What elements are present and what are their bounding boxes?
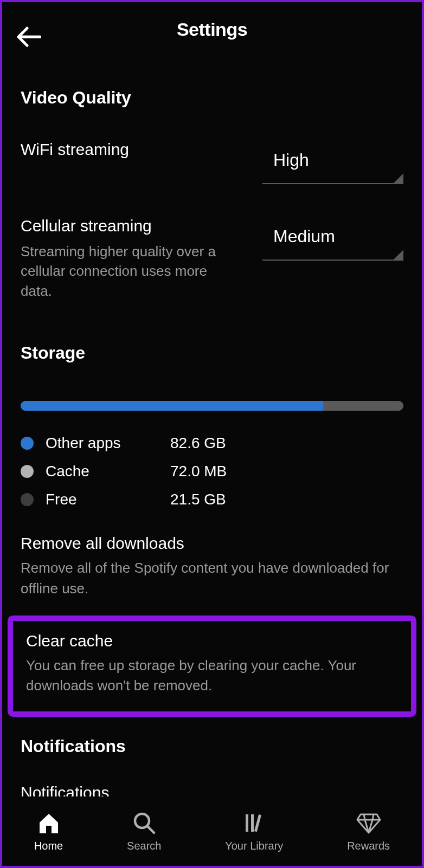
legend-dot-icon [21, 465, 34, 478]
storage-bar [21, 401, 403, 411]
nav-library[interactable]: Your Library [225, 811, 283, 852]
legend-value: 82.6 GB [170, 435, 226, 452]
nav-home[interactable]: Home [34, 811, 63, 852]
wifi-streaming-value: High [262, 147, 403, 184]
svg-rect-4 [254, 814, 261, 832]
diamond-icon [356, 811, 381, 835]
nav-label: Your Library [225, 840, 283, 852]
arrow-left-icon [15, 26, 41, 48]
legend-value: 21.5 GB [170, 491, 226, 508]
cellular-streaming-value: Medium [262, 223, 403, 261]
cellular-streaming-label: Cellular streaming [21, 217, 246, 235]
remove-all-downloads[interactable]: Remove all downloads Remove all of the S… [21, 534, 403, 599]
clear-cache-highlight: Clear cache You can free up storage by c… [8, 616, 416, 717]
remove-downloads-title: Remove all downloads [21, 534, 403, 553]
wifi-streaming-select[interactable]: High [262, 140, 403, 184]
legend-value: 72.0 MB [170, 463, 227, 480]
svg-rect-2 [246, 814, 248, 832]
remove-downloads-desc: Remove all of the Spotify content you ha… [21, 558, 403, 599]
section-video-quality: Video Quality [21, 88, 403, 108]
section-storage: Storage [21, 343, 403, 363]
clear-cache-desc: You can free up storage by clearing your… [26, 656, 398, 696]
section-notifications: Notifications [21, 736, 403, 756]
svg-rect-3 [251, 814, 254, 832]
clear-cache[interactable]: Clear cache You can free up storage by c… [26, 632, 398, 696]
notifications-item[interactable]: Notifications Choose which notifications… [21, 783, 403, 796]
nav-label: Search [127, 840, 161, 852]
storage-seg-free [323, 401, 403, 411]
legend-dot-icon [21, 437, 34, 450]
wifi-streaming-label: WiFi streaming [21, 140, 246, 159]
top-bar: Settings [2, 2, 422, 56]
storage-seg-other [21, 401, 323, 411]
legend-free: Free 21.5 GB [21, 485, 403, 514]
storage-legend: Other apps 82.6 GB Cache 72.0 MB Free 21… [21, 429, 403, 514]
bottom-nav: Home Search Your Library Rewards [2, 796, 422, 866]
legend-label: Free [46, 491, 170, 508]
dropdown-caret-icon [394, 173, 403, 183]
svg-line-1 [147, 826, 154, 833]
notifications-title: Notifications [21, 783, 403, 796]
library-icon [242, 811, 267, 835]
back-button[interactable] [14, 23, 42, 51]
legend-label: Cache [46, 463, 170, 480]
clear-cache-title: Clear cache [26, 632, 398, 650]
legend-label: Other apps [46, 435, 170, 452]
nav-search[interactable]: Search [127, 811, 161, 852]
cellular-streaming-select[interactable]: Medium [262, 217, 403, 261]
cellular-streaming-desc: Streaming higher quality over a cellular… [21, 242, 237, 301]
row-cellular-streaming[interactable]: Cellular streaming Streaming higher qual… [21, 217, 403, 301]
page-title: Settings [177, 19, 247, 40]
settings-content: Video Quality WiFi streaming High Cellul… [2, 56, 422, 796]
legend-cache: Cache 72.0 MB [21, 457, 403, 485]
legend-other-apps: Other apps 82.6 GB [21, 429, 403, 457]
legend-dot-icon [21, 493, 34, 506]
nav-rewards[interactable]: Rewards [347, 811, 390, 852]
home-icon [36, 811, 61, 835]
nav-label: Home [34, 840, 63, 852]
search-icon [132, 811, 157, 835]
dropdown-caret-icon [394, 250, 403, 260]
nav-label: Rewards [347, 840, 390, 852]
row-wifi-streaming[interactable]: WiFi streaming High [21, 140, 403, 184]
